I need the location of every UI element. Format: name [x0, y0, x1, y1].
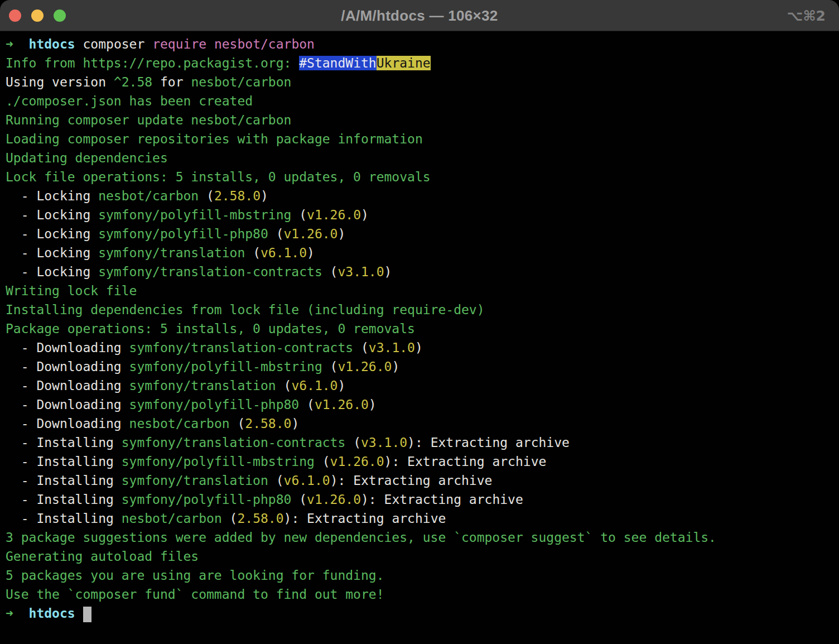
terminal-text-segment: ) — [337, 227, 345, 241]
terminal-text-segment: ./composer.json has been created — [6, 94, 253, 108]
terminal-text-segment: symfony/translation — [122, 473, 268, 488]
terminal-text-segment: symfony/polyfill-php80 — [122, 492, 292, 507]
terminal-text-segment: - Installing — [6, 454, 122, 469]
terminal-line: - Locking symfony/translation-contracts … — [6, 262, 839, 281]
terminal-text-segment: v3.1.0 — [369, 340, 415, 355]
terminal-text-segment: ( — [299, 397, 315, 412]
titlebar[interactable]: /A/M/htdocs — 106×32 ⌥⌘2 — [0, 0, 839, 31]
terminal-line: - Installing symfony/polyfill-php80 (v1.… — [6, 490, 839, 509]
terminal-text-segment — [75, 606, 83, 621]
terminal-text-segment: ( — [345, 435, 361, 450]
terminal-line: - Installing symfony/translation (v6.1.0… — [6, 471, 839, 490]
terminal-text-segment: ( — [245, 246, 261, 260]
terminal-text-segment: Writing lock file — [6, 283, 137, 298]
terminal-text-segment: Updating dependencies — [6, 151, 168, 165]
terminal-text-segment: - Locking — [6, 227, 98, 241]
terminal-text-segment: 2.58.0 — [214, 189, 261, 203]
terminal-text-segment: ) — [384, 265, 392, 279]
terminal-line: 3 package suggestions were added by new … — [6, 528, 839, 547]
terminal-text-segment: ) — [361, 208, 369, 222]
terminal-text-segment: v1.26.0 — [330, 454, 384, 469]
terminal-text-segment: v1.26.0 — [307, 208, 361, 222]
terminal-line: - Installing nesbot/carbon (2.58.0): Ext… — [6, 509, 839, 528]
terminal-text-segment: - Downloading — [6, 340, 129, 355]
terminal-text-segment: symfony/translation-contracts — [98, 265, 322, 279]
terminal-text-segment — [13, 606, 29, 621]
tab-shortcut-hint: ⌥⌘2 — [787, 0, 826, 31]
traffic-lights — [9, 0, 66, 31]
terminal-text-segment: ) — [337, 378, 345, 393]
terminal-text-segment: - Locking — [6, 189, 98, 203]
terminal-text-segment: symfony/polyfill-mbstring — [98, 208, 291, 222]
terminal-text-segment: v6.1.0 — [291, 378, 337, 393]
terminal-text-segment: v3.1.0 — [337, 265, 384, 279]
terminal-text-segment: - Locking — [6, 208, 98, 222]
terminal-text-segment: ) — [261, 189, 268, 203]
terminal-text-segment: v1.26.0 — [284, 227, 338, 241]
terminal-text-segment: ( — [291, 208, 307, 222]
terminal-line: - Downloading symfony/translation-contra… — [6, 338, 839, 357]
terminal-text-segment: symfony/translation-contracts — [122, 435, 346, 450]
terminal-text-segment: ) — [392, 359, 399, 374]
terminal-text-segment: ( — [222, 511, 238, 526]
terminal-text-segment: - Downloading — [6, 359, 129, 374]
terminal-text-segment: Loading composer repositories with packa… — [6, 132, 423, 146]
terminal-text-segment: Package operations: 5 installs, 0 update… — [6, 321, 415, 336]
terminal-text-segment: - Downloading — [6, 378, 129, 393]
terminal-text-segment: ) — [369, 397, 377, 412]
terminal-text-segment: Lock file operations: 5 installs, 0 upda… — [6, 170, 431, 184]
terminal-text-segment: Generating autoload files — [6, 549, 199, 564]
terminal-text-segment: v1.26.0 — [315, 397, 369, 412]
terminal-text-segment: ( — [322, 265, 338, 279]
terminal-text-segment: Running composer update nesbot/carbon — [6, 113, 291, 127]
terminal-text-segment: nesbot/carbon — [191, 75, 291, 89]
terminal-text-segment: 2.58.0 — [245, 416, 291, 431]
minimize-button[interactable] — [31, 9, 44, 22]
terminal-text-segment: v6.1.0 — [261, 246, 307, 260]
terminal-text-segment: ( — [353, 340, 369, 355]
close-button[interactable] — [9, 9, 21, 22]
terminal-text-segment: v1.26.0 — [307, 492, 361, 507]
window-title: /A/M/htdocs — 106×32 — [0, 0, 839, 31]
terminal-text-segment: symfony/translation-contracts — [129, 340, 354, 355]
terminal-text-segment: - Locking — [6, 265, 98, 279]
terminal-text-segment: nesbot/carbon — [122, 511, 222, 526]
terminal-text-segment: Installing dependencies from lock file (… — [6, 302, 485, 317]
terminal-text-segment: #StandWith — [299, 56, 376, 70]
terminal-line: Generating autoload files — [6, 547, 839, 566]
terminal-line: Using version ^2.58 for nesbot/carbon — [6, 73, 839, 92]
terminal-text-segment: htdocs — [29, 606, 75, 621]
terminal-text-segment: ( — [291, 492, 307, 507]
terminal-text-segment: ): Extracting archive — [384, 454, 547, 469]
terminal-text-segment: ( — [276, 378, 292, 393]
terminal-text-segment: symfony/translation — [129, 378, 276, 393]
terminal-line: - Locking symfony/polyfill-mbstring (v1.… — [6, 205, 839, 224]
terminal-text-segment: v1.26.0 — [337, 359, 392, 374]
terminal-text-segment: ( — [268, 473, 284, 488]
terminal-line: ➜ htdocs composer require nesbot/carbon — [6, 35, 839, 54]
terminal-text-segment: v6.1.0 — [284, 473, 330, 488]
terminal-text-segment: nesbot/carbon — [129, 416, 230, 431]
terminal-line: Writing lock file — [6, 281, 839, 300]
terminal-text-segment: symfony/polyfill-php80 — [98, 227, 268, 241]
terminal-line: - Downloading symfony/translation (v6.1.… — [6, 376, 839, 395]
terminal-text-segment: require nesbot/carbon — [152, 37, 315, 51]
terminal-text-segment: composer — [75, 37, 152, 51]
terminal-text-segment: - Locking — [6, 246, 98, 260]
terminal-text-segment: ( — [322, 359, 338, 374]
terminal-content[interactable]: ➜ htdocs composer require nesbot/carbonI… — [0, 31, 839, 644]
terminal-text-segment: - Installing — [6, 511, 122, 526]
terminal-text-segment: symfony/polyfill-php80 — [129, 397, 300, 412]
terminal-text-segment: - Downloading — [6, 397, 129, 412]
terminal-line: - Downloading symfony/polyfill-mbstring … — [6, 357, 839, 376]
terminal-text-segment: v3.1.0 — [361, 435, 407, 450]
terminal-text-segment: ): Extracting archive — [330, 473, 493, 488]
terminal-text-segment: ^2.58 — [114, 75, 152, 89]
terminal-text-segment: Using version — [6, 75, 114, 89]
terminal-line: Lock file operations: 5 installs, 0 upda… — [6, 167, 839, 186]
terminal-text-segment: for — [152, 75, 191, 89]
terminal-text-segment: 3 package suggestions were added by new … — [6, 530, 716, 545]
terminal-text-segment: ) — [291, 416, 299, 431]
zoom-button[interactable] — [54, 9, 66, 22]
terminal-cursor — [83, 607, 91, 622]
